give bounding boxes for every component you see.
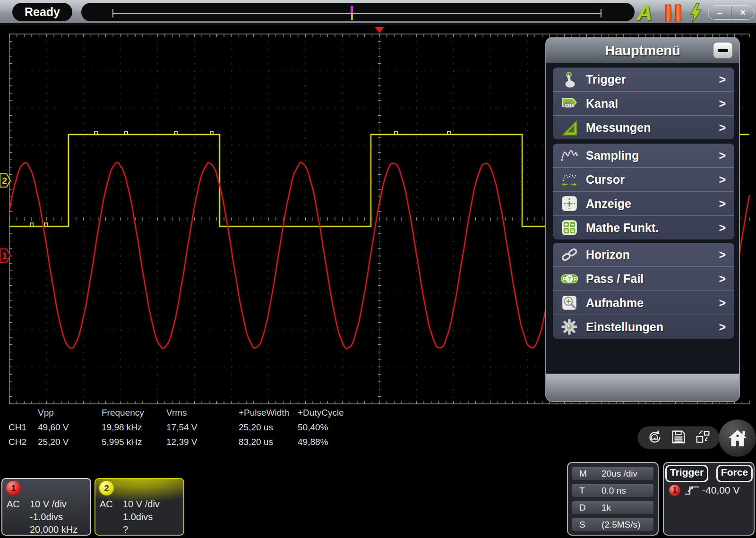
chevron-right-icon: > (719, 272, 726, 286)
menu-group-3: Horizon>P?FPass / Fail>Aufnahme>Einstell… (553, 243, 734, 339)
menu-item-label: Trigger (586, 73, 626, 86)
measurement-value: 12,39 V (166, 435, 239, 449)
menu-title: Hauptmenü (546, 38, 739, 63)
chevron-right-icon: > (719, 296, 726, 310)
link-icon (560, 246, 578, 264)
cursor-wave-icon (560, 171, 578, 188)
measurement-row-label: CH1 (9, 420, 38, 435)
trigger-source-badge: 1 (669, 485, 680, 496)
svg-text:F: F (574, 276, 577, 282)
channel-1-badge: 1 (6, 481, 21, 495)
window-controls: – × (708, 5, 755, 20)
chevron-right-icon: > (719, 320, 726, 334)
menu-item-label: Aufnahme (586, 296, 644, 310)
channel-2-scale: 10 V /div (123, 498, 160, 511)
chevron-right-icon: > (719, 121, 726, 135)
menu-item-label: Kanal (586, 97, 618, 111)
channel-1-info: AC 10 V /div -1.0divs 20,000 kHz (2, 498, 86, 536)
timebase-row-S: S(2.5MS/s) (572, 518, 653, 531)
home-button[interactable] (719, 419, 756, 457)
menu-item-pass-fail[interactable]: P?FPass / Fail> (553, 266, 734, 290)
measurement-header: Vrms (166, 405, 239, 420)
close-button[interactable]: × (731, 6, 754, 19)
channel-1-zero-marker: 1 (0, 249, 10, 262)
channel-2-offset: 1.0divs (95, 511, 180, 523)
measurement-value: 5,995 kHz (102, 435, 166, 449)
channel-2-badge: 2 (99, 481, 114, 495)
channel-2-info: AC 10 V /div 1.0divs ? (95, 498, 180, 536)
single-trigger-button[interactable] (688, 3, 704, 22)
channel-1-offset: -1.0divs (2, 511, 86, 523)
pause-icon (675, 4, 681, 22)
title-bar: Ready A – × (0, 0, 756, 25)
slider-left-tick (112, 9, 113, 17)
minimize-button[interactable]: – (708, 6, 731, 19)
svg-text:CH1: CH1 (565, 102, 575, 108)
quick-toolbar (638, 427, 719, 449)
oscilloscope-app: Ready A – × 21 Hauptmenü (0, 0, 756, 538)
home-icon (727, 427, 748, 449)
chevron-right-icon: > (719, 73, 726, 86)
slider-right-tick (601, 9, 601, 17)
chevron-right-icon: > (719, 97, 726, 111)
settings-gear-icon (560, 318, 578, 336)
timebase-row-T: T0.0 ns (572, 484, 653, 497)
channel-2-box[interactable]: 2 AC 10 V /div 1.0divs ? (94, 478, 184, 536)
trigger-menu-button[interactable]: Trigger (665, 465, 708, 482)
measure-triangle-icon (560, 119, 578, 137)
svg-text:2: 2 (2, 176, 8, 186)
channel-tag-icon: CH1 (560, 94, 578, 112)
timebase-value: 1k (601, 501, 611, 514)
save-icon (670, 429, 687, 445)
menu-item-label: Horizon (586, 248, 630, 262)
lightning-icon (688, 3, 704, 24)
menu-item-sampling[interactable]: Sampling> (553, 144, 734, 167)
timebase-value: (2.5MS/s) (601, 518, 640, 531)
measurement-value: 19,98 kHz (102, 420, 166, 435)
chevron-right-icon: > (719, 197, 726, 211)
menu-item-horizon[interactable]: Horizon> (553, 243, 734, 266)
trigger-position-handle-tick (351, 13, 353, 20)
measurement-corner (9, 405, 38, 420)
autoset-button[interactable]: A (637, 0, 653, 25)
timebase-label: D (572, 501, 601, 514)
export-button[interactable] (695, 429, 711, 447)
save-button[interactable] (670, 429, 687, 447)
menu-item-trigger[interactable]: Trigger> (553, 68, 734, 91)
pause-icon (665, 4, 671, 22)
timebase-value: 0.0 ns (601, 484, 626, 497)
menu-collapse-button[interactable] (713, 42, 733, 59)
menu-item-einstellungen[interactable]: Einstellungen> (553, 315, 734, 339)
measurement-value: 49,60 V (38, 420, 102, 435)
timebase-label: T (572, 484, 601, 497)
passfail-icon: P?F (560, 270, 578, 288)
chevron-right-icon: > (719, 248, 726, 262)
timebase-panel: M20us /divT0.0 nsD1kS(2.5MS/s) (567, 462, 659, 536)
run-stop-button[interactable] (665, 4, 683, 21)
trigger-panel: Trigger Force 1 -40,00 V (663, 462, 755, 536)
menu-item-label: Einstellungen (586, 320, 663, 334)
menu-item-messungen[interactable]: Messungen> (553, 115, 734, 139)
measurement-value: 50,40% (298, 420, 354, 435)
force-trigger-button[interactable]: Force (716, 465, 753, 482)
channel-1-box[interactable]: 1 AC 10 V /div -1.0divs 20,000 kHz (1, 478, 91, 536)
menu-item-cursor[interactable]: Cursor> (553, 167, 734, 191)
menu-footer (546, 374, 739, 401)
horizontal-position-slider[interactable] (81, 3, 635, 21)
trigger-position-handle[interactable] (351, 6, 353, 13)
factory-reset-button[interactable] (646, 429, 662, 447)
channel-1-coupling: AC (2, 498, 30, 511)
channel-2-zero-marker: 2 (0, 174, 10, 187)
menu-item-kanal[interactable]: CH1Kanal> (553, 91, 734, 115)
record-magnifier-icon (560, 294, 578, 312)
main-menu-panel: Hauptmenü Trigger>CH1Kanal>Messungen>Sam… (545, 37, 740, 402)
measurement-header: +DutyCycle (298, 405, 354, 420)
chevron-right-icon: > (719, 173, 726, 187)
trigger-hand-icon (560, 70, 578, 88)
channel-2-frequency: ? (95, 523, 180, 536)
menu-item-mathe-funkt[interactable]: Mathe Funkt.> (553, 215, 734, 239)
sampling-wave-icon (560, 146, 578, 164)
menu-item-aufnahme[interactable]: Aufnahme> (553, 290, 734, 315)
menu-item-anzeige[interactable]: Anzeige> (553, 191, 734, 215)
measurement-row-label: CH2 (9, 435, 38, 449)
